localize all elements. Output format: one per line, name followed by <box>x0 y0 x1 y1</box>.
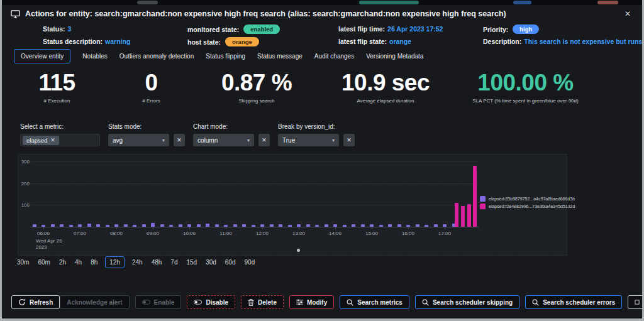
time-range-15d[interactable]: 15d <box>186 259 197 266</box>
chart-bar-series-1[interactable] <box>361 224 365 227</box>
time-range-30d[interactable]: 30d <box>206 259 216 266</box>
time-range-60d[interactable]: 60d <box>225 259 236 266</box>
chart-mode-dropdown[interactable]: column ▾ <box>193 134 254 146</box>
chart-bar-series-1[interactable] <box>416 224 419 227</box>
search-scheduler-skipping-button[interactable]: Search scheduler skipping <box>415 295 519 309</box>
chart-bar-series-1[interactable] <box>78 224 82 227</box>
chart-bar-series-1[interactable] <box>270 224 274 227</box>
tab-outliers-anomaly-detection[interactable]: Outliers anomaly detection <box>119 53 194 60</box>
chart-bar-series-1[interactable] <box>224 225 228 227</box>
carousel-dot[interactable] <box>297 249 300 252</box>
chart-panel: 10020030006:0007:0008:0009:0010:0011:001… <box>18 154 567 256</box>
chart-bar-series-1[interactable] <box>406 225 410 227</box>
chart-bar-series-1[interactable] <box>60 224 64 227</box>
chart-bar-series-1[interactable] <box>233 224 237 227</box>
time-range-60m[interactable]: 60m <box>38 259 50 266</box>
chart-bar-series-1[interactable] <box>142 224 146 227</box>
button-label: Search scheduler errors <box>543 299 615 306</box>
chart-bar-series-1[interactable] <box>169 225 173 227</box>
x-axis-label: 17:00 <box>433 231 456 236</box>
time-range-4h[interactable]: 4h <box>75 259 82 266</box>
clear-chart-mode-button[interactable]: ✕ <box>258 134 270 146</box>
legend-item[interactable]: elapsed:83b9879752...a4c97a8baed666d3b <box>480 196 575 202</box>
chart-bar-series-1[interactable] <box>187 224 191 227</box>
chart-bar-series-1[interactable] <box>197 224 201 227</box>
remove-metric-icon[interactable]: ✕ <box>50 137 55 143</box>
chart-bar-series-1[interactable] <box>379 225 383 227</box>
chart-bar-series-1[interactable] <box>252 225 255 227</box>
toggle-icon <box>194 300 202 305</box>
chart-bar-series-1[interactable] <box>306 224 310 227</box>
chart-bar-series-1[interactable] <box>397 224 401 227</box>
chart-bar-series-2[interactable] <box>455 203 458 227</box>
chart-bar-series-1[interactable] <box>297 224 301 227</box>
chart-bar-series-1[interactable] <box>325 224 328 227</box>
chart-mode-label: Chart mode: <box>193 123 270 130</box>
chart-bar-series-2[interactable] <box>473 166 477 227</box>
chart-bar-series-1[interactable] <box>370 224 374 227</box>
chart-bar-series-1[interactable] <box>151 223 155 227</box>
chart-bar-series-1[interactable] <box>160 224 164 227</box>
chart-bar-series-1[interactable] <box>215 224 219 227</box>
tab-status-flipping[interactable]: Status flipping <box>206 53 245 60</box>
time-range-2h[interactable]: 2h <box>59 259 66 266</box>
time-range-24h[interactable]: 24h <box>132 259 143 266</box>
status-panel: Status:3 monitored state:enabled latest … <box>43 25 636 47</box>
chart-bar-series-1[interactable] <box>133 225 136 227</box>
chart-bar-series-1[interactable] <box>434 224 438 227</box>
tab-status-message[interactable]: Status message <box>257 53 303 60</box>
chart-bar-series-1[interactable] <box>242 224 246 227</box>
close-icon[interactable]: ✕ <box>622 8 633 19</box>
chart-bar-series-1[interactable] <box>124 224 128 227</box>
legend-item[interactable]: elapsed:f2e4e82996...73e3faa4e345d5132d <box>480 204 575 209</box>
break-by-dropdown[interactable]: True ▾ <box>278 134 339 146</box>
chart-bar-series-1[interactable] <box>51 224 55 227</box>
chart-legend: elapsed:83b9879752...a4c97a8baed666d3bel… <box>480 196 575 209</box>
time-range-8h[interactable]: 8h <box>91 259 97 266</box>
stats-mode-dropdown[interactable]: avg ▾ <box>108 134 169 146</box>
time-range-12h[interactable]: 12h <box>105 256 125 268</box>
axis-tick <box>116 227 117 229</box>
refresh-button[interactable]: Refresh <box>11 295 60 309</box>
chart-bar-series-1[interactable] <box>260 224 264 227</box>
time-range-30m[interactable]: 30m <box>17 259 29 266</box>
chart-bar-series-2[interactable] <box>467 204 471 227</box>
metric-select-input[interactable]: elapsed ✕ <box>20 134 100 146</box>
chart-bar-series-1[interactable] <box>206 224 209 227</box>
close-button[interactable]: Close <box>628 295 644 309</box>
time-range-7d[interactable]: 7d <box>170 259 177 266</box>
chart-bar-series-2[interactable] <box>461 206 465 227</box>
chart-bar-series-1[interactable] <box>288 225 292 227</box>
chart-bar-series-1[interactable] <box>315 225 319 227</box>
time-range-90d[interactable]: 90d <box>245 259 255 266</box>
kpi-value: 10.9 sec <box>323 70 448 96</box>
chart-bar-series-1[interactable] <box>96 224 100 227</box>
tab-audit-changes[interactable]: Audit changes <box>314 53 354 60</box>
tab-versioning-metadata[interactable]: Versioning Metadata <box>366 53 423 60</box>
modify-button[interactable]: Modify <box>289 295 334 309</box>
chart-bar-series-1[interactable] <box>333 224 337 227</box>
tab-overview-entity[interactable]: Overview entity <box>14 49 70 63</box>
chart-bar-series-1[interactable] <box>352 224 355 227</box>
chart-bar-series-1[interactable] <box>343 225 347 227</box>
chart-bar-series-1[interactable] <box>42 225 45 227</box>
chart-bar-series-1[interactable] <box>33 224 36 227</box>
tab-notables[interactable]: Notables <box>82 53 107 60</box>
search-metrics-button[interactable]: Search metrics <box>340 295 409 309</box>
chart-bar-series-1[interactable] <box>114 224 118 227</box>
chart-bar-series-1[interactable] <box>87 224 91 227</box>
chart-bar-series-1[interactable] <box>425 225 428 227</box>
chart-bar-series-1[interactable] <box>69 225 73 227</box>
time-range-48h[interactable]: 48h <box>152 259 162 266</box>
delete-button[interactable]: Delete <box>241 295 284 309</box>
chart-bar-series-1[interactable] <box>279 224 282 227</box>
clear-break-by-button[interactable]: ✕ <box>343 134 355 146</box>
legend-label: elapsed:f2e4e82996...73e3faa4e345d5132d <box>489 204 575 209</box>
disable-button[interactable]: Disable <box>187 295 235 309</box>
search-scheduler-errors-button[interactable]: Search scheduler errors <box>525 295 622 309</box>
chart-bar-series-1[interactable] <box>443 224 447 227</box>
chart-bar-series-1[interactable] <box>179 224 182 227</box>
chart-bar-series-1[interactable] <box>388 224 392 227</box>
chart-bar-series-1[interactable] <box>106 225 109 227</box>
clear-stats-mode-button[interactable]: ✕ <box>174 134 185 146</box>
